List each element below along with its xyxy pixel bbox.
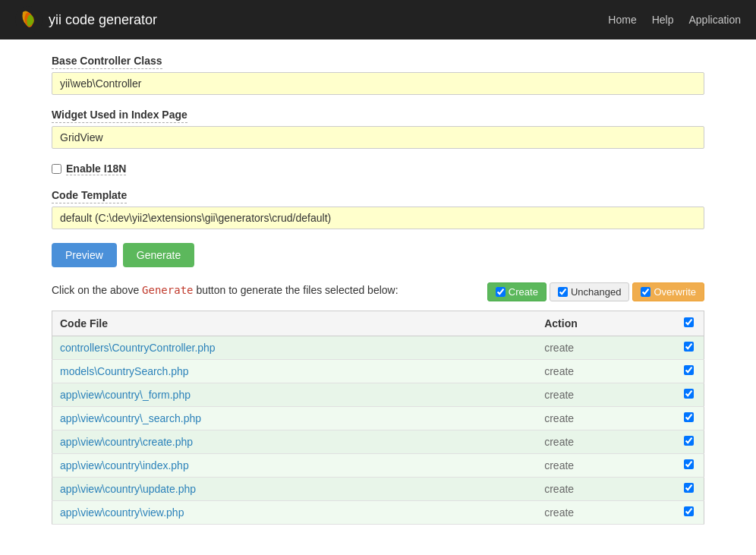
preview-button[interactable]: Preview xyxy=(52,243,117,267)
action-cell: create xyxy=(537,454,673,478)
file-cell: app\view\country\_search.php xyxy=(52,407,537,430)
file-cell: app\view\country\index.php xyxy=(52,454,537,478)
table-row: app\view\country\_form.phpcreate xyxy=(52,383,704,407)
action-cell: create xyxy=(537,478,673,501)
base-controller-label: Base Controller Class xyxy=(52,55,162,69)
nav-links: Home Help Application xyxy=(608,14,741,26)
nav-home[interactable]: Home xyxy=(608,14,636,26)
widget-group: Widget Used in Index Page xyxy=(52,109,704,149)
file-link[interactable]: app\view\country\view.php xyxy=(60,506,184,519)
nav-help[interactable]: Help xyxy=(652,14,674,26)
action-cell: create xyxy=(537,360,673,383)
widget-label: Widget Used in Index Page xyxy=(52,109,187,123)
info-text-after: button to generate the files selected be… xyxy=(196,284,398,296)
badge-create-checkbox[interactable] xyxy=(496,287,506,297)
widget-input[interactable] xyxy=(52,126,704,149)
legend-badges: Create Unchanged Overwrite xyxy=(487,282,704,301)
info-text: Click on the above Generate button to ge… xyxy=(52,282,398,298)
action-cell: create xyxy=(537,383,673,407)
info-row: Click on the above Generate button to ge… xyxy=(52,282,704,301)
code-template-input[interactable] xyxy=(52,207,704,229)
row-checkbox-cell xyxy=(674,336,704,360)
row-checkbox-cell xyxy=(674,430,704,454)
row-checkbox[interactable] xyxy=(684,342,694,352)
brand-link[interactable]: yii code generator xyxy=(15,6,157,33)
badge-unchanged-label: Unchanged xyxy=(571,286,622,298)
row-checkbox[interactable] xyxy=(684,506,694,516)
main-content: Base Controller Class Widget Used in Ind… xyxy=(36,39,720,540)
row-checkbox-cell xyxy=(674,407,704,430)
action-cell: create xyxy=(537,501,673,525)
row-checkbox[interactable] xyxy=(684,389,694,399)
yii-logo-icon xyxy=(15,6,43,33)
table-row: controllers\CountryController.phpcreate xyxy=(52,336,704,360)
table-row: app\view\country\_search.phpcreate xyxy=(52,407,704,430)
action-cell: create xyxy=(537,407,673,430)
table-header-row: Code File Action xyxy=(52,311,704,336)
table-row: app\view\country\view.phpcreate xyxy=(52,501,704,525)
navbar: yii code generator Home Help Application xyxy=(0,0,756,39)
info-text-before: Click on the above xyxy=(52,284,139,296)
i18n-checkbox[interactable] xyxy=(52,164,61,174)
col-select-all[interactable] xyxy=(674,311,704,336)
row-checkbox[interactable] xyxy=(684,436,694,446)
base-controller-group: Base Controller Class xyxy=(52,55,704,95)
base-controller-input[interactable] xyxy=(52,72,704,95)
generate-word: Generate xyxy=(142,284,193,296)
btn-row: Preview Generate xyxy=(52,243,704,267)
file-link[interactable]: app\view\country\_search.php xyxy=(60,412,201,424)
file-link[interactable]: models\CountrySearch.php xyxy=(60,365,189,377)
file-cell: app\view\country\view.php xyxy=(52,501,537,525)
row-checkbox[interactable] xyxy=(684,459,694,469)
code-template-group: Code Template xyxy=(52,189,704,229)
badge-overwrite-label: Overwrite xyxy=(654,286,696,298)
file-cell: models\CountrySearch.php xyxy=(52,360,537,383)
file-link[interactable]: app\view\country\create.php xyxy=(60,436,193,448)
action-cell: create xyxy=(537,430,673,454)
row-checkbox[interactable] xyxy=(684,365,694,375)
badge-unchanged-checkbox[interactable] xyxy=(558,287,568,297)
row-checkbox-cell xyxy=(674,501,704,525)
code-template-label: Code Template xyxy=(52,189,127,203)
action-cell: create xyxy=(537,336,673,360)
badge-create-label: Create xyxy=(509,286,538,298)
row-checkbox-cell xyxy=(674,360,704,383)
file-link[interactable]: app\view\country\index.php xyxy=(60,459,189,471)
nav-application[interactable]: Application xyxy=(689,14,742,26)
badge-overwrite: Overwrite xyxy=(632,282,704,301)
col-code-file: Code File xyxy=(52,311,537,336)
row-checkbox-cell xyxy=(674,478,704,501)
files-table: Code File Action controllers\CountryCont… xyxy=(52,311,704,525)
file-cell: app\view\country\_form.php xyxy=(52,383,537,407)
file-link[interactable]: app\view\country\update.php xyxy=(60,483,196,495)
badge-overwrite-checkbox[interactable] xyxy=(641,287,650,297)
row-checkbox-cell xyxy=(674,383,704,407)
table-row: app\view\country\create.phpcreate xyxy=(52,430,704,454)
row-checkbox-cell xyxy=(674,454,704,478)
file-cell: app\view\country\update.php xyxy=(52,478,537,501)
table-row: app\view\country\index.phpcreate xyxy=(52,454,704,478)
generate-button[interactable]: Generate xyxy=(123,243,194,267)
file-cell: app\view\country\create.php xyxy=(52,430,537,454)
i18n-label: Enable I18N xyxy=(66,162,126,175)
row-checkbox[interactable] xyxy=(684,412,694,422)
brand-text: yii code generator xyxy=(49,12,157,28)
row-checkbox[interactable] xyxy=(684,483,694,493)
i18n-group: Enable I18N xyxy=(52,162,704,175)
file-link[interactable]: app\view\country\_form.php xyxy=(60,389,191,401)
col-action: Action xyxy=(537,311,673,336)
badge-unchanged: Unchanged xyxy=(550,282,630,301)
badge-create: Create xyxy=(487,282,547,301)
file-cell: controllers\CountryController.php xyxy=(52,336,537,360)
table-row: app\view\country\update.phpcreate xyxy=(52,478,704,501)
select-all-checkbox[interactable] xyxy=(684,317,694,327)
file-link[interactable]: controllers\CountryController.php xyxy=(60,342,216,354)
table-row: models\CountrySearch.phpcreate xyxy=(52,360,704,383)
